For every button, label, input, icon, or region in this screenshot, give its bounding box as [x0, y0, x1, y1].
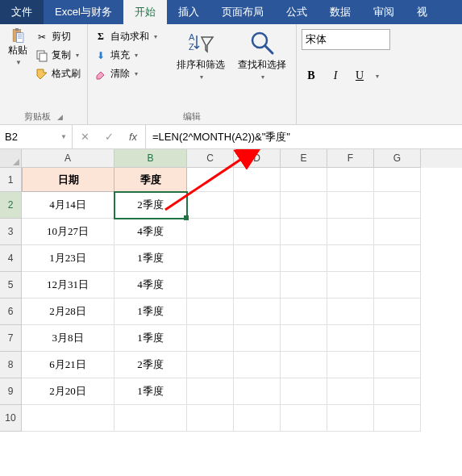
format-painter-label: 格式刷: [52, 67, 81, 81]
formula-bar-row: B2 ▼ ✕ ✓ fx =LEN(2^MONTH(A2))&"季度": [0, 125, 462, 149]
eraser-icon: [94, 68, 107, 81]
tab-insert[interactable]: 插入: [167, 0, 210, 24]
check-icon: ✓: [105, 131, 114, 143]
tab-formulas[interactable]: 公式: [275, 0, 318, 24]
paste-label: 粘贴: [8, 44, 27, 57]
formula-bar[interactable]: =LEN(2^MONTH(A2))&"季度": [146, 125, 462, 148]
insert-function-button[interactable]: fx: [121, 131, 145, 143]
chevron-down-icon: ▾: [135, 52, 138, 59]
chevron-down-icon: ▼: [60, 133, 67, 140]
paste-button[interactable]: 粘贴 ▼: [5, 27, 31, 109]
svg-text:Z: Z: [189, 42, 194, 52]
find-select-button[interactable]: 查找和选择 ▾: [233, 27, 291, 109]
chevron-down-icon: ▾: [76, 52, 79, 59]
copy-icon: [35, 49, 48, 62]
svg-rect-1: [15, 28, 19, 31]
scissors-icon: ✂: [35, 31, 48, 44]
chevron-down-icon: ▾: [135, 70, 138, 77]
x-icon: ✕: [81, 131, 89, 143]
fill-button[interactable]: ⬇ 填充 ▾: [93, 48, 169, 63]
tab-home[interactable]: 开始: [123, 0, 167, 24]
sigma-icon: Σ: [94, 31, 107, 44]
underline-button[interactable]: U: [350, 66, 369, 86]
svg-line-12: [165, 149, 262, 210]
svg-line-11: [265, 46, 273, 53]
cut-button[interactable]: ✂ 剪切: [34, 29, 82, 44]
bold-button[interactable]: B: [302, 66, 321, 86]
name-box[interactable]: B2 ▼: [0, 125, 73, 148]
chevron-down-icon: ▼: [15, 59, 22, 66]
clear-label: 清除: [110, 67, 130, 81]
clipboard-group-label: 剪贴板: [24, 111, 51, 123]
edit-group-label: 编辑: [183, 111, 201, 123]
autosum-button[interactable]: Σ 自动求和 ▾: [93, 29, 169, 44]
paste-icon: [11, 29, 24, 42]
cut-label: 剪切: [52, 30, 71, 44]
tab-custom[interactable]: Excel与财务: [44, 0, 123, 24]
clear-button[interactable]: 清除 ▾: [93, 66, 169, 81]
magnifier-icon: [248, 29, 276, 56]
find-select-label: 查找和选择: [238, 58, 286, 72]
copy-label: 复制: [52, 48, 71, 62]
confirm-formula-button[interactable]: ✓: [97, 131, 121, 143]
sort-filter-icon: AZ: [187, 29, 214, 56]
format-painter-button[interactable]: 格式刷: [34, 66, 82, 81]
sort-filter-label: 排序和筛选: [177, 58, 225, 72]
cancel-formula-button[interactable]: ✕: [73, 131, 97, 143]
ribbon-group-clipboard: 粘贴 ▼ ✂ 剪切 复制 ▾: [0, 24, 88, 124]
fill-down-icon: ⬇: [94, 49, 107, 62]
spreadsheet-grid: A B C D E F G 1 日期 季度 2 4月14日 2季度 3 10月2…: [0, 149, 462, 432]
dialog-launcher-icon[interactable]: ◢: [57, 113, 63, 121]
italic-button[interactable]: I: [326, 66, 345, 86]
ribbon-group-edit: Σ 自动求和 ▾ ⬇ 填充 ▾ 清除 ▾: [88, 24, 297, 124]
tab-review[interactable]: 审阅: [362, 0, 406, 24]
chevron-down-icon: ▾: [154, 33, 157, 40]
annotation-arrow: [0, 149, 462, 472]
copy-button[interactable]: 复制 ▾: [34, 48, 82, 63]
svg-text:A: A: [189, 32, 195, 42]
svg-rect-7: [40, 53, 47, 61]
name-box-value: B2: [5, 131, 18, 143]
font-name-value: 宋体: [306, 32, 327, 47]
chevron-down-icon: ▾: [200, 73, 203, 81]
ribbon-group-font: 宋体 B I U ▾: [297, 24, 395, 124]
chevron-down-icon: ▾: [261, 73, 264, 81]
tab-view[interactable]: 视: [406, 0, 439, 24]
fill-label: 填充: [110, 48, 130, 62]
tab-pagelayout[interactable]: 页面布局: [210, 0, 275, 24]
tab-bar: 文件 Excel与财务 开始 插入 页面布局 公式 数据 审阅 视: [0, 0, 462, 24]
font-name-select[interactable]: 宋体: [302, 29, 390, 50]
ribbon: 粘贴 ▼ ✂ 剪切 复制 ▾: [0, 24, 462, 125]
fx-icon: fx: [129, 131, 137, 143]
sort-filter-button[interactable]: AZ 排序和筛选 ▾: [172, 27, 230, 109]
chevron-down-icon: ▾: [376, 73, 379, 80]
tab-data[interactable]: 数据: [318, 0, 362, 24]
format-painter-icon: [35, 68, 48, 81]
autosum-label: 自动求和: [110, 30, 149, 44]
svg-rect-2: [16, 33, 23, 43]
formula-bar-value: =LEN(2^MONTH(A2))&"季度": [152, 130, 290, 144]
